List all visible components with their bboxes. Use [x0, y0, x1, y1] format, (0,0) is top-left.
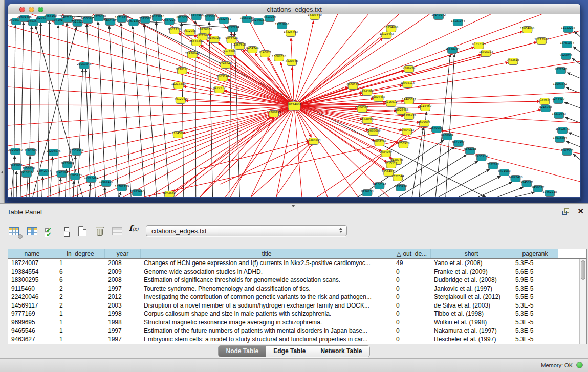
network-edge[interactable] [573, 154, 580, 160]
network-edge[interactable] [197, 57, 294, 106]
close-icon[interactable]: ✕ [577, 207, 584, 216]
network-edge[interactable] [291, 38, 294, 106]
table-cell[interactable]: Genome-wide association studies in ADHD. [141, 268, 393, 276]
network-node[interactable]: 6266123 [346, 83, 359, 90]
table-row[interactable]: 946362711997Embryonic stem cells: a mode… [8, 335, 579, 344]
table-cell[interactable]: 0 [393, 326, 431, 335]
network-node[interactable]: 8942552 [163, 191, 176, 198]
network-edge[interactable] [566, 141, 580, 147]
network-edge[interactable] [173, 106, 294, 192]
network-node[interactable]: 19218987 [189, 14, 204, 20]
network-node[interactable]: 1615112 [385, 162, 397, 168]
column-header-short[interactable]: short [431, 249, 512, 258]
table-cell[interactable]: 1997 [105, 335, 141, 344]
table-cell[interactable]: 6 [56, 268, 105, 276]
network-node[interactable]: 8220346 [286, 59, 298, 66]
table-cell[interactable]: Structural magnetic resonance image aver… [141, 318, 393, 327]
network-node[interactable]: 19654923 [400, 128, 414, 135]
network-node[interactable]: 9975887 [61, 162, 74, 168]
network-node[interactable]: 16543382 [189, 39, 204, 46]
network-node[interactable]: 8186328 [208, 36, 221, 43]
network-node[interactable]: 19147072 [431, 14, 446, 20]
network-node[interactable]: 19218986 [275, 23, 289, 29]
table-cell[interactable]: 5.3E-5 [512, 318, 558, 327]
network-node[interactable]: 10462218 [542, 190, 557, 197]
table-cell[interactable]: 9115460 [8, 285, 56, 293]
table-cell[interactable]: 2012 [105, 293, 141, 301]
table-cell[interactable]: 6 [56, 276, 105, 285]
select-all-icon[interactable]: ✔ [45, 225, 58, 240]
network-node[interactable]: 18226058 [198, 28, 212, 34]
network-edge[interactable] [119, 192, 121, 197]
network-node[interactable]: 7857224 [227, 26, 239, 32]
network-edge[interactable] [439, 169, 490, 197]
column-visibility-icon[interactable] [27, 225, 40, 240]
table-cell[interactable]: Yano et al. (2008) [431, 259, 512, 268]
network-edge[interactable] [230, 117, 274, 197]
network-edge[interactable] [399, 155, 467, 197]
table-cell[interactable]: Dudbridge et al. (2008) [431, 276, 512, 285]
table-cell[interactable]: Estimation of the future numbers of pati… [141, 326, 393, 335]
function-builder-icon[interactable]: f(x) [129, 224, 142, 239]
network-node[interactable]: 16782759 [115, 185, 129, 191]
network-node[interactable]: 15276021 [251, 18, 266, 25]
table-cell[interactable]: 18724007 [8, 259, 56, 268]
network-edge[interactable] [8, 26, 294, 106]
network-node[interactable]: 12213987 [534, 38, 549, 45]
table-cell[interactable]: Stergiakouli et al. (2012) [431, 293, 512, 301]
network-node[interactable]: 13942757 [37, 169, 51, 176]
table-cell[interactable]: 1 [56, 318, 105, 327]
tab-edge-table[interactable]: Edge Table [266, 346, 313, 357]
table-row[interactable]: 1456911722003Disruption of a novel membe… [8, 301, 579, 310]
network-node[interactable]: 9129946 [560, 53, 573, 60]
network-edge[interactable] [225, 106, 294, 197]
network-node[interactable]: 9756928 [397, 142, 410, 148]
network-node[interactable]: 15692571 [555, 127, 570, 134]
table-row[interactable]: 977716911998Corpus callosum shape and si… [8, 310, 579, 318]
table-cell[interactable]: Embryonic stem cells: a model to study s… [141, 335, 393, 344]
vertical-scrollbar[interactable] [579, 259, 586, 344]
network-node[interactable]: 16303440 [308, 14, 322, 20]
network-node[interactable]: 7515526 [71, 20, 84, 27]
table-row[interactable]: 911546021997Tourette syndrome. Phenomeno… [8, 285, 579, 293]
network-edge[interactable] [14, 25, 15, 197]
delete-table-icon[interactable] [94, 225, 107, 240]
table-cell[interactable]: 2 [56, 301, 105, 310]
network-node[interactable]: 21053346 [77, 62, 92, 69]
network-node[interactable]: 3913811 [20, 171, 33, 178]
network-node[interactable]: 1244419 [552, 97, 565, 104]
network-node[interactable]: 11122203 [561, 26, 575, 33]
network-edge[interactable] [564, 102, 580, 108]
table-cell[interactable]: Nakamura et al. (1997) [431, 326, 512, 335]
column-header-indegree[interactable]: in_degree [56, 249, 105, 258]
network-node[interactable]: 9884067 [380, 150, 393, 157]
table-cell[interactable]: 1 [56, 310, 105, 318]
table-cell[interactable]: Changes of HCN gene expression and I(f) … [141, 259, 393, 268]
column-header-pagerank[interactable]: pagerank [512, 249, 558, 258]
network-node[interactable]: 8471083 [498, 169, 511, 176]
network-edge[interactable] [156, 21, 169, 197]
network-node[interactable]: 23206050 [8, 148, 23, 155]
table-cell[interactable]: 22420046 [8, 293, 56, 301]
network-node[interactable]: 8454749 [246, 47, 259, 53]
network-node[interactable]: 15958 [540, 98, 550, 105]
network-node[interactable]: 1167533 [561, 149, 574, 156]
table-cell[interactable]: 9465546 [8, 326, 56, 335]
network-node[interactable]: 8427512 [213, 86, 225, 93]
table-select-dropdown[interactable]: citations_edges.txt [146, 225, 347, 236]
network-node[interactable]: 7483518 [507, 58, 519, 65]
table-cell[interactable]: 1998 [105, 318, 141, 327]
network-window-titlebar[interactable]: citations_edges.txt [8, 4, 580, 14]
network-node[interactable]: 18305193 [479, 50, 493, 57]
network-edge[interactable] [21, 106, 294, 197]
table-cell[interactable]: 5.9E-5 [512, 276, 558, 285]
network-node[interactable]: 16210643 [552, 112, 566, 119]
scrollbar-thumb[interactable] [581, 260, 585, 280]
table-cell[interactable]: 5.5E-5 [512, 293, 558, 301]
network-edge[interactable] [11, 156, 15, 197]
table-cell[interactable]: 2003 [105, 301, 141, 310]
network-edge[interactable] [294, 106, 328, 197]
table-cell[interactable]: 5.3E-5 [512, 310, 558, 318]
network-edge[interactable] [498, 187, 524, 197]
network-edge[interactable] [195, 20, 196, 197]
